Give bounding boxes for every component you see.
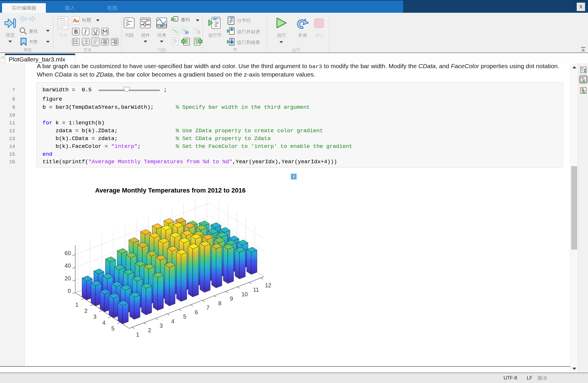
svg-text:7: 7 [206, 304, 210, 311]
svg-text:40: 40 [64, 262, 71, 269]
svg-text:0: 0 [68, 288, 71, 294]
svg-text:Average Monthly Temperatures f: Average Monthly Temperatures from 2012 t… [95, 187, 246, 194]
svg-text:6: 6 [195, 309, 198, 315]
svg-text:2: 2 [84, 308, 88, 314]
svg-text:B: B [74, 28, 78, 35]
svg-text:60: 60 [64, 250, 71, 256]
svg-text:12: 12 [265, 282, 271, 288]
svg-text:5: 5 [183, 313, 186, 320]
svg-text:1: 1 [136, 331, 139, 338]
svg-text:4: 4 [171, 318, 174, 324]
svg-text:2: 2 [148, 327, 151, 333]
svg-text:11: 11 [253, 286, 259, 293]
svg-text:20: 20 [64, 275, 71, 282]
svg-text:a: a [76, 18, 79, 23]
svg-text:1: 1 [75, 302, 79, 308]
svg-text:10: 10 [241, 291, 248, 297]
svg-text:3: 3 [93, 313, 97, 320]
svg-text:5: 5 [111, 325, 115, 332]
svg-text:9: 9 [230, 295, 233, 302]
svg-text:fx: fx [174, 17, 177, 21]
svg-text:3: 3 [160, 322, 163, 329]
svg-text:3: 3 [83, 43, 84, 46]
svg-text:8: 8 [218, 300, 221, 306]
svg-text:4: 4 [102, 320, 106, 326]
